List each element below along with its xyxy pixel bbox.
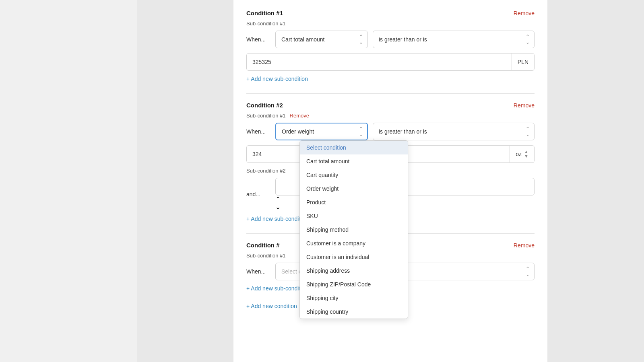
condition-1-when-row: When... Cart total amount ⌃⌄ is greater … <box>246 31 535 48</box>
dropdown-item-shipping-zip[interactable]: Shipping ZIP/Postal Code <box>300 278 408 291</box>
condition-3-title: Condition # <box>246 242 280 249</box>
condition-2-section: Condition #2 Remove Sub-condition #1 Rem… <box>246 102 535 222</box>
dropdown-item-customer-company[interactable]: Customer is a company <box>300 237 408 250</box>
dropdown-item-cart-quantity[interactable]: Cart quantity <box>300 168 408 182</box>
condition-2-operator-wrapper: is greater than or is ⌃⌄ <box>373 123 535 140</box>
condition-2-field-select[interactable]: Order weight <box>275 123 368 140</box>
dropdown-item-product[interactable]: Product <box>300 195 408 209</box>
dropdown-item-sku[interactable]: SKU <box>300 209 408 223</box>
dropdown-item-shipping-method[interactable]: Shipping method <box>300 223 408 237</box>
condition-1-sub-1-label: Sub-condition #1 <box>246 21 535 27</box>
divider-1 <box>246 93 535 94</box>
dropdown-item-select-condition[interactable]: Select condition <box>300 141 408 154</box>
main-panel: Condition #1 Remove Sub-condition #1 Whe… <box>233 0 547 362</box>
condition-1-value-row: PLN <box>246 53 535 71</box>
condition-1-add-sub-condition-button[interactable]: + Add new sub-condition <box>246 76 308 82</box>
condition-2-header: Condition #2 Remove <box>246 102 535 109</box>
condition-2-and-label: and... <box>246 191 270 197</box>
condition-1-unit-display[interactable]: PLN <box>512 53 535 71</box>
condition-1-section: Condition #1 Remove Sub-condition #1 Whe… <box>246 10 535 82</box>
condition-dropdown: Select condition Cart total amount Cart … <box>299 140 408 319</box>
condition-2-sub-1-label-row: Sub-condition #1 Remove <box>246 113 535 119</box>
dropdown-item-customer-individual[interactable]: Customer is an individual <box>300 250 408 264</box>
add-condition-button[interactable]: + Add new condition <box>246 303 297 309</box>
condition-1-operator-wrapper: is greater than or is ⌃⌄ <box>373 31 535 48</box>
condition-2-when-label: When... <box>246 128 270 135</box>
condition-2-operator-select[interactable]: is greater than or is <box>373 123 535 140</box>
dropdown-item-shipping-city[interactable]: Shipping city <box>300 291 408 305</box>
condition-3-when-label: When... <box>246 268 270 275</box>
condition-2-field-wrapper: Order weight ⌃⌄ Select condition Cart to… <box>275 123 368 140</box>
condition-3-remove-button[interactable]: Remove <box>514 242 535 249</box>
condition-1-when-label: When... <box>246 36 270 43</box>
condition-3-add-sub-condition-button[interactable]: + Add new sub-condition <box>246 285 308 292</box>
condition-2-unit-display[interactable]: oz ▲ ▼ <box>510 145 535 163</box>
condition-2-unit-chevron-icon: ▲ ▼ <box>524 150 528 158</box>
sidebar <box>0 0 137 362</box>
condition-1-title: Condition #1 <box>246 10 283 16</box>
condition-2-when-row: When... Order weight ⌃⌄ Select condition… <box>246 123 535 140</box>
dropdown-item-shipping-address[interactable]: Shipping address <box>300 264 408 278</box>
condition-1-field-select[interactable]: Cart total amount <box>275 31 368 48</box>
condition-1-operator-select[interactable]: is greater than or is <box>373 31 535 48</box>
condition-1-header: Condition #1 Remove <box>246 10 535 16</box>
dropdown-item-cart-total[interactable]: Cart total amount <box>300 154 408 168</box>
condition-2-sub2-chevron-icon: ⌃⌄ <box>275 196 281 210</box>
condition-2-add-sub-condition-button[interactable]: + Add new sub-condition <box>246 216 308 222</box>
condition-2-sub-1-remove-button[interactable]: Remove <box>290 113 309 119</box>
condition-1-remove-button[interactable]: Remove <box>514 10 535 16</box>
dropdown-item-order-weight[interactable]: Order weight <box>300 182 408 195</box>
condition-1-field-wrapper: Cart total amount ⌃⌄ <box>275 31 368 48</box>
condition-2-title: Condition #2 <box>246 102 283 109</box>
dropdown-item-shipping-country[interactable]: Shipping country <box>300 305 408 319</box>
condition-1-amount-input[interactable] <box>246 53 512 71</box>
condition-2-remove-button[interactable]: Remove <box>514 102 535 109</box>
